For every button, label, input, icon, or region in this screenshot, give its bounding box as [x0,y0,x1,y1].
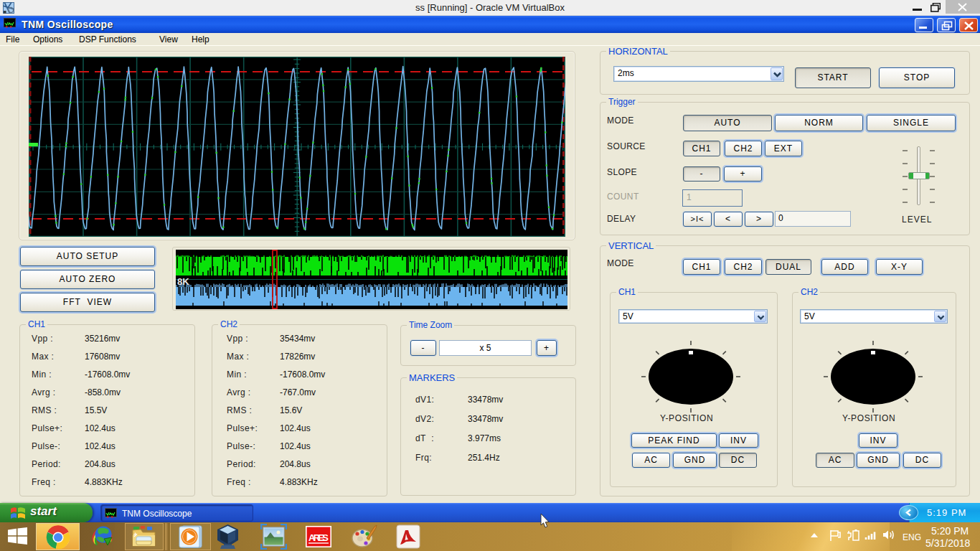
svg-text:8K: 8K [177,276,189,287]
svg-text:ARES: ARES [308,532,329,543]
